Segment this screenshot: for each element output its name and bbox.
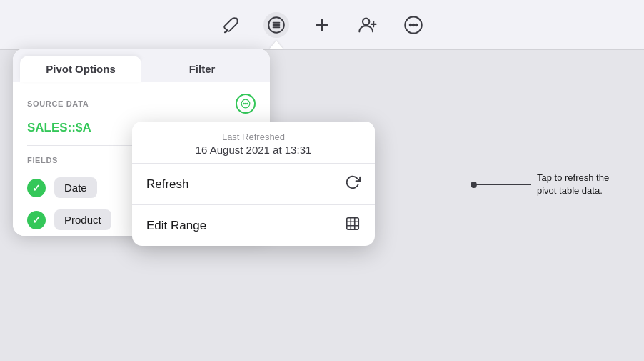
panel-tabs: Pivot Options Filter — [13, 49, 270, 82]
edit-range-label: Edit Range — [146, 219, 206, 233]
tab-pivot-options[interactable]: Pivot Options — [20, 56, 141, 82]
field-check-date[interactable] — [27, 179, 46, 197]
organize-icon[interactable] — [263, 12, 289, 38]
source-data-label: SOURCE DATA — [27, 99, 89, 108]
svg-point-6 — [363, 18, 369, 24]
edit-range-item[interactable]: Edit Range — [132, 205, 375, 246]
tab-filter[interactable]: Filter — [141, 56, 263, 82]
refresh-label: Refresh — [146, 177, 189, 192]
callout-text: Tap to refresh the pivot table data. — [537, 172, 630, 197]
callout: Tap to refresh the pivot table data. — [474, 172, 630, 197]
more-icon[interactable] — [401, 12, 426, 38]
source-data-more-button[interactable] — [236, 94, 256, 114]
field-check-product[interactable] — [27, 211, 46, 229]
svg-point-14 — [243, 103, 244, 104]
last-refreshed-date: 16 August 2021 at 13:31 — [146, 144, 361, 156]
grid-icon — [345, 216, 361, 235]
field-tag-date[interactable]: Date — [54, 177, 97, 198]
source-data-section: SOURCE DATA — [13, 82, 270, 118]
svg-point-12 — [416, 24, 417, 25]
svg-point-16 — [247, 103, 248, 104]
toolbar — [0, 0, 644, 50]
dropdown-header: Last Refreshed 16 August 2021 at 13:31 — [132, 122, 375, 163]
refresh-item[interactable]: Refresh — [132, 164, 375, 205]
refresh-icon — [345, 174, 361, 194]
add-icon[interactable] — [309, 12, 335, 38]
last-refreshed-label: Last Refreshed — [146, 132, 361, 142]
source-data-dropdown: Last Refreshed 16 August 2021 at 13:31 R… — [132, 122, 375, 246]
paintbrush-icon[interactable] — [218, 12, 243, 38]
add-person-icon[interactable] — [355, 12, 381, 38]
svg-point-15 — [245, 103, 246, 104]
svg-point-10 — [410, 24, 411, 25]
svg-point-11 — [413, 24, 414, 25]
svg-rect-17 — [347, 218, 359, 230]
field-tag-product[interactable]: Product — [54, 209, 111, 230]
